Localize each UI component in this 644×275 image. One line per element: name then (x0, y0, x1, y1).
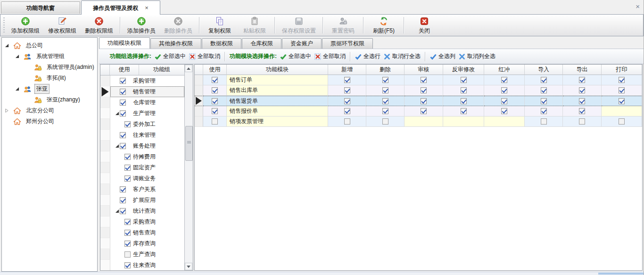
org-tree-node[interactable]: 张亚 (2, 83, 97, 94)
module-name-cell[interactable]: 销售出库单 (227, 85, 328, 96)
checkbox[interactable] (421, 98, 427, 104)
use-cell[interactable] (203, 96, 227, 106)
function-group-row[interactable]: 往来管理 (100, 130, 184, 141)
checkbox[interactable] (619, 87, 625, 93)
add-permission-group-button[interactable]: 添加权限组 (7, 15, 44, 35)
perm-tab-data[interactable]: 数据权限 (202, 38, 241, 49)
function-group-row[interactable]: 库存查询 (100, 238, 184, 249)
checkbox[interactable] (461, 108, 467, 114)
checkbox[interactable] (541, 118, 547, 125)
checkbox[interactable] (344, 77, 350, 83)
checkbox[interactable] (501, 77, 507, 83)
module-name-cell[interactable]: 销售退货单 (227, 96, 328, 106)
function-group-row[interactable]: 采购查询 (100, 217, 184, 227)
checkbox[interactable] (124, 241, 131, 247)
permission-cell[interactable] (484, 106, 525, 117)
copy-permission-button[interactable]: 复制权限 (202, 15, 237, 35)
module-name-cell[interactable]: 销售订单 (227, 75, 328, 85)
scroll-thumb[interactable] (185, 126, 193, 161)
function-group-row[interactable]: 账务处理 (100, 141, 184, 151)
function-group-row[interactable]: 待摊费用 (100, 151, 184, 162)
checkbox[interactable] (120, 100, 126, 106)
select-row-button[interactable]: 全选行 (355, 52, 380, 60)
checkbox[interactable] (124, 121, 131, 127)
checkbox[interactable] (212, 108, 218, 114)
permission-cell[interactable] (484, 75, 525, 85)
expander-expanded-icon[interactable] (114, 208, 120, 214)
checkbox[interactable] (579, 118, 585, 125)
checkbox[interactable] (120, 208, 126, 214)
function-group-row[interactable]: 生产管理 (100, 108, 184, 119)
group-scrollbar[interactable] (184, 65, 193, 270)
checkbox[interactable] (120, 197, 126, 203)
permission-cell[interactable] (328, 117, 366, 127)
permission-cell[interactable] (366, 106, 405, 117)
checkbox[interactable] (579, 98, 585, 104)
org-node-label[interactable]: 总公司 (24, 41, 45, 50)
checkbox[interactable] (120, 110, 126, 117)
expander-expanded-icon[interactable] (114, 143, 120, 149)
tab-function-navigation[interactable]: 功能导航窗 (1, 1, 80, 14)
use-cell[interactable] (203, 85, 227, 96)
paste-permission-button[interactable]: 粘贴权限 (237, 15, 272, 35)
close-button[interactable]: 关闭 (407, 15, 442, 35)
checkbox[interactable] (541, 108, 547, 114)
table-row[interactable]: 销售报价单 (195, 106, 642, 117)
function-group-node[interactable]: 采购查询 (110, 217, 184, 227)
refresh-button[interactable]: 刷新(F5) (366, 15, 401, 35)
permission-cell[interactable] (328, 75, 366, 85)
function-group-row[interactable]: 固定资产 (100, 162, 184, 173)
permission-cell[interactable] (366, 117, 405, 127)
function-group-row[interactable]: 统计查询 (100, 206, 184, 217)
checkbox[interactable] (344, 108, 350, 114)
expander-expanded-icon[interactable] (114, 111, 120, 117)
reset-password-button[interactable]: 重置密码 (326, 15, 361, 35)
function-group-node[interactable]: 客户关系 (110, 184, 184, 195)
clear-column-selection-button[interactable]: 取消列全选 (459, 52, 495, 60)
permission-cell[interactable] (525, 96, 563, 106)
permission-cell[interactable] (525, 85, 563, 96)
permission-cell[interactable] (443, 85, 484, 96)
function-group-node[interactable]: 扩展应用 (110, 195, 184, 206)
org-tree-node[interactable]: 北京分公司 (2, 105, 97, 116)
checkbox[interactable] (421, 87, 427, 93)
checkbox[interactable] (124, 175, 131, 182)
permission-cell[interactable] (405, 85, 443, 96)
org-tree-node[interactable]: 张亚(zhangy) (2, 94, 97, 105)
permission-cell[interactable] (405, 96, 443, 106)
checkbox[interactable] (212, 77, 218, 83)
function-group-row[interactable]: 往来查询 (100, 260, 184, 270)
expander-expanded-icon[interactable] (14, 54, 20, 59)
checkbox[interactable] (124, 219, 131, 225)
permission-cell[interactable] (405, 106, 443, 117)
permission-cell[interactable] (563, 75, 602, 85)
permission-cell[interactable] (443, 106, 484, 117)
checkbox[interactable] (421, 77, 427, 83)
checkbox[interactable] (579, 77, 585, 83)
scroll-up-icon[interactable] (185, 65, 192, 72)
org-tree-node[interactable]: 李拓(lit) (2, 73, 97, 83)
permission-cell[interactable] (328, 106, 366, 117)
function-group-row[interactable]: 生产查询 (100, 249, 184, 260)
checkbox[interactable] (619, 98, 625, 104)
checkbox[interactable] (124, 262, 131, 268)
permission-cell[interactable] (443, 96, 484, 106)
permission-cell[interactable] (443, 75, 484, 85)
function-group-node[interactable]: 往来管理 (110, 130, 184, 141)
org-node-label[interactable]: 郑州分公司 (24, 117, 56, 126)
org-tree-node[interactable]: 总公司 (2, 40, 97, 51)
checkbox[interactable] (461, 87, 467, 93)
permission-cell[interactable] (563, 117, 602, 127)
function-group-node[interactable]: 仓库管理 (110, 97, 184, 108)
checkbox[interactable] (501, 87, 507, 93)
perm-tab-function-module[interactable]: 功能模块权限 (99, 37, 150, 49)
checkbox[interactable] (421, 108, 427, 114)
checkbox[interactable] (120, 186, 126, 192)
function-group-node[interactable]: 账务处理 (110, 141, 184, 151)
checkbox[interactable] (501, 108, 507, 114)
save-permission-settings-button[interactable]: 保存权限设置 (278, 15, 320, 35)
checkbox[interactable] (120, 143, 126, 149)
module-name-cell[interactable]: 销项发票管理 (227, 117, 328, 127)
permission-cell[interactable] (525, 117, 563, 127)
permission-cell[interactable] (366, 75, 405, 85)
